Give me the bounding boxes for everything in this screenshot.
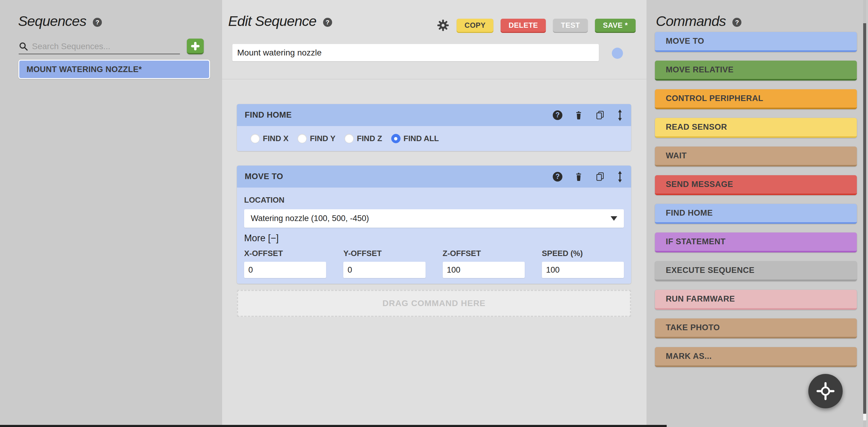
command-button[interactable]: READ SENSOR [655, 118, 857, 138]
location-value: Watering nozzle (100, 500, -450) [251, 214, 369, 223]
radio-label: FIND ALL [404, 134, 439, 143]
divider [222, 79, 647, 79]
command-button[interactable]: SEND MESSAGE [655, 175, 857, 195]
delete-button[interactable]: DELETE [501, 19, 546, 32]
window-bottom-edge [0, 425, 667, 427]
sequence-list: MOUNT WATERING NOZZLE* [19, 60, 210, 83]
commands-panel-title: Commands [656, 13, 726, 29]
crosshair-icon [816, 382, 835, 400]
help-icon[interactable]: ? [93, 18, 102, 27]
chevron-down-icon [611, 216, 617, 221]
commands-title-row: Commands ? [656, 13, 741, 29]
offset-field: SPEED (%) [542, 249, 624, 278]
radio-option[interactable]: FIND Z [344, 134, 382, 143]
radio-circle[interactable] [391, 134, 401, 143]
radio-label: FIND Y [310, 134, 336, 143]
copy-step-icon[interactable] [595, 110, 605, 121]
command-button[interactable]: WAIT [655, 147, 857, 166]
field-label: SPEED (%) [542, 249, 624, 258]
editor-title-row: Edit Sequence ? [228, 13, 332, 29]
add-sequence-button[interactable] [187, 39, 204, 54]
step-find-home: FIND HOME ? [237, 104, 631, 151]
step-header[interactable]: FIND HOME ? [237, 104, 631, 126]
command-list: MOVE TOMOVE RELATIVECONTROL PERIPHERALRE… [655, 32, 857, 376]
field-input[interactable] [244, 262, 326, 278]
field-label: Y-OFFSET [343, 249, 425, 258]
radio-label: FIND X [263, 134, 288, 143]
step-move-to: MOVE TO ? [237, 165, 631, 284]
offset-field: X-OFFSET [244, 249, 326, 278]
test-button[interactable]: TEST [553, 19, 588, 32]
drag-command-dropzone[interactable]: DRAG COMMAND HERE [237, 290, 631, 317]
copy-button[interactable]: COPY [457, 19, 493, 32]
command-button[interactable]: TAKE PHOTO [655, 318, 857, 338]
field-input[interactable] [343, 262, 425, 278]
step-help-icon[interactable]: ? [553, 172, 562, 182]
command-button[interactable]: CONTROL PERIPHERAL [655, 89, 857, 109]
radio-option[interactable]: FIND ALL [391, 134, 439, 143]
sequence-name-input[interactable] [232, 44, 599, 61]
sequences-title-row: Sequences ? [18, 13, 102, 29]
radio-option[interactable]: FIND Y [298, 134, 336, 143]
radio-label: FIND Z [357, 134, 382, 143]
command-button[interactable]: RUN FARMWARE [655, 290, 857, 310]
search-icon [19, 41, 28, 51]
offset-field: Y-OFFSET [343, 249, 425, 278]
move-step-icon[interactable] [617, 110, 623, 121]
plus-icon [194, 42, 196, 50]
find-home-radio-row: FIND XFIND YFIND ZFIND ALL [237, 126, 631, 151]
step-title: MOVE TO [245, 172, 283, 181]
sequence-color-picker[interactable] [612, 48, 623, 59]
field-label: X-OFFSET [244, 249, 326, 258]
command-button[interactable]: FIND HOME [655, 204, 857, 224]
command-button[interactable]: IF STATEMENT [655, 233, 857, 252]
sequence-search [19, 39, 180, 54]
radio-option[interactable]: FIND X [250, 134, 288, 143]
command-button[interactable]: EXECUTE SEQUENCE [655, 261, 857, 281]
move-to-body: LOCATION Watering nozzle (100, 500, -450… [237, 188, 631, 284]
sequence-list-item[interactable]: MOUNT WATERING NOZZLE* [19, 60, 210, 79]
move-step-icon[interactable] [617, 171, 623, 182]
editor-toolbar: COPY DELETE TEST SAVE * [437, 19, 636, 32]
location-label: LOCATION [244, 195, 284, 205]
scrollbar-thumb[interactable] [863, 23, 866, 414]
trash-icon[interactable] [574, 110, 584, 120]
step-title: FIND HOME [245, 110, 292, 120]
offset-field: Z-OFFSET [443, 249, 525, 278]
save-button[interactable]: SAVE * [595, 19, 636, 32]
radio-circle[interactable] [250, 134, 260, 143]
search-input[interactable] [32, 41, 180, 51]
step-help-icon[interactable]: ? [553, 110, 562, 120]
more-toggle[interactable]: More [−] [244, 233, 279, 244]
editor-panel-title: Edit Sequence [228, 13, 316, 29]
command-button[interactable]: MOVE RELATIVE [655, 61, 857, 81]
radio-circle[interactable] [344, 134, 354, 143]
scrollbar-notch [863, 414, 866, 420]
help-icon[interactable]: ? [323, 18, 332, 27]
field-input[interactable] [443, 262, 525, 278]
location-dropdown[interactable]: Watering nozzle (100, 500, -450) [244, 209, 624, 228]
help-icon[interactable]: ? [733, 18, 741, 27]
offset-fields-row: X-OFFSETY-OFFSETZ-OFFSETSPEED (%) [244, 249, 624, 278]
radio-circle[interactable] [298, 134, 307, 143]
field-label: Z-OFFSET [443, 249, 525, 258]
gear-icon[interactable] [437, 19, 450, 32]
commands-panel: Commands ? MOVE TOMOVE RELATIVECONTROL P… [647, 0, 868, 427]
copy-step-icon[interactable] [595, 171, 605, 182]
command-button[interactable]: MARK AS... [655, 347, 857, 367]
command-button[interactable]: MOVE TO [655, 32, 857, 52]
field-input[interactable] [542, 262, 624, 278]
sequence-editor-panel: Edit Sequence ? COPY DELETE TEST SAVE * [222, 0, 647, 427]
move-to-location-fab[interactable] [808, 374, 843, 408]
trash-icon[interactable] [574, 172, 584, 182]
sequences-panel: Sequences ? MOUNT WATERING NOZZLE* [0, 0, 222, 427]
sequences-panel-title: Sequences [18, 13, 86, 29]
step-header[interactable]: MOVE TO ? [237, 165, 631, 188]
